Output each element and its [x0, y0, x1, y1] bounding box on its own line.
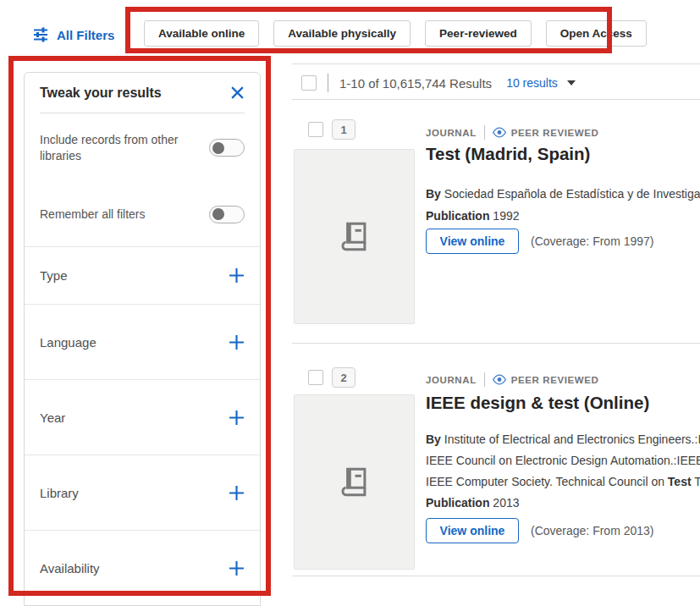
result-checkbox[interactable]	[308, 370, 323, 385]
all-filters-button[interactable]: All Filters	[32, 26, 114, 43]
plus-icon	[229, 410, 245, 426]
filter-peer-reviewed[interactable]: Peer-reviewed	[425, 20, 532, 47]
tweak-results-panel: Tweak your results Include records from …	[24, 72, 261, 606]
book-icon	[337, 219, 372, 255]
result-title[interactable]: Test (Madrid, Spain)	[426, 144, 700, 164]
results-header: 1-10 of 10,615,744 Results 10 results	[301, 70, 576, 96]
result-position-badge: 1	[332, 119, 356, 140]
filter-open-access[interactable]: Open Access	[546, 20, 647, 47]
filter-sliders-icon	[32, 26, 49, 43]
facet-section-library[interactable]: Library	[25, 454, 260, 530]
results-summary: 1-10 of 10,615,744 Results	[339, 76, 492, 91]
result-authors-line-3: IEEE Computer Society. Technical Council…	[426, 475, 700, 488]
toggle-label-include-records: Include records from other libraries	[40, 132, 184, 164]
search-term-highlight: Test	[668, 475, 692, 488]
view-online-button[interactable]: View online	[426, 229, 519, 254]
eye-icon	[493, 127, 506, 138]
coverage-note: (Coverage: From 1997)	[531, 234, 654, 248]
facet-section-language[interactable]: Language	[25, 304, 260, 379]
plus-icon	[229, 560, 245, 576]
facet-label: Language	[40, 335, 96, 350]
result-item: 2 JOURNAL PEER REVIEWED IEEE design & te…	[292, 364, 700, 576]
eye-icon	[493, 374, 506, 385]
result-authors: By Sociedad Española de Estadística y de…	[426, 187, 700, 201]
plus-icon	[229, 485, 245, 501]
peer-reviewed-label: PEER REVIEWED	[511, 128, 599, 138]
peer-reviewed-label: PEER REVIEWED	[511, 375, 599, 385]
facet-label: Library	[40, 486, 79, 500]
divider	[292, 343, 700, 344]
facet-label: Availability	[40, 561, 100, 576]
toggle-knob	[212, 142, 224, 154]
result-checkbox[interactable]	[308, 122, 323, 137]
resource-type-label: JOURNAL	[426, 128, 477, 138]
result-publication: Publication 1992	[426, 209, 520, 223]
page-size-dropdown[interactable]: 10 results	[506, 76, 558, 90]
all-filters-label: All Filters	[57, 28, 114, 42]
divider	[484, 125, 485, 140]
remember-filters-toggle[interactable]	[209, 206, 245, 223]
quick-filter-bar: Available online Available physically Pe…	[144, 20, 647, 47]
toggle-label-remember-filters: Remember all filters	[40, 207, 145, 223]
facet-section-availability[interactable]: Availability	[25, 530, 260, 605]
result-authors-line-1: By Institute of Electrical and Electroni…	[426, 432, 700, 446]
panel-title: Tweak your results	[40, 85, 162, 101]
result-authors-line-2: IEEE Council on Electronic Design Automa…	[426, 454, 700, 467]
result-position-badge: 2	[332, 367, 356, 388]
divider	[328, 74, 328, 92]
filter-available-physically[interactable]: Available physically	[273, 20, 411, 47]
facet-section-type[interactable]: Type	[25, 247, 260, 304]
facet-label: Type	[40, 268, 68, 283]
facet-label: Year	[40, 410, 65, 425]
divider	[484, 372, 485, 387]
coverage-note: (Coverage: From 2013)	[531, 524, 654, 537]
select-all-checkbox[interactable]	[301, 75, 317, 91]
result-title[interactable]: IEEE design & test (Online)	[426, 393, 700, 413]
divider	[292, 63, 700, 64]
toggle-knob	[212, 208, 224, 220]
plus-icon	[229, 267, 245, 284]
plus-icon	[229, 334, 245, 350]
result-thumbnail	[294, 149, 415, 324]
divider	[292, 99, 700, 100]
include-records-toggle[interactable]	[209, 139, 245, 157]
facet-section-year[interactable]: Year	[25, 379, 260, 454]
book-icon	[337, 465, 372, 500]
close-icon[interactable]	[230, 85, 245, 100]
view-online-button[interactable]: View online	[426, 518, 519, 543]
result-thumbnail	[294, 394, 415, 570]
caret-down-icon[interactable]	[567, 80, 576, 85]
filter-available-online[interactable]: Available online	[144, 20, 259, 47]
result-item: 1 JOURNAL PEER REVIEWED Test (Madrid, Sp…	[292, 118, 700, 343]
resource-type-label: JOURNAL	[426, 375, 477, 385]
divider	[292, 576, 700, 576]
result-publication: Publication 2013	[426, 496, 520, 510]
